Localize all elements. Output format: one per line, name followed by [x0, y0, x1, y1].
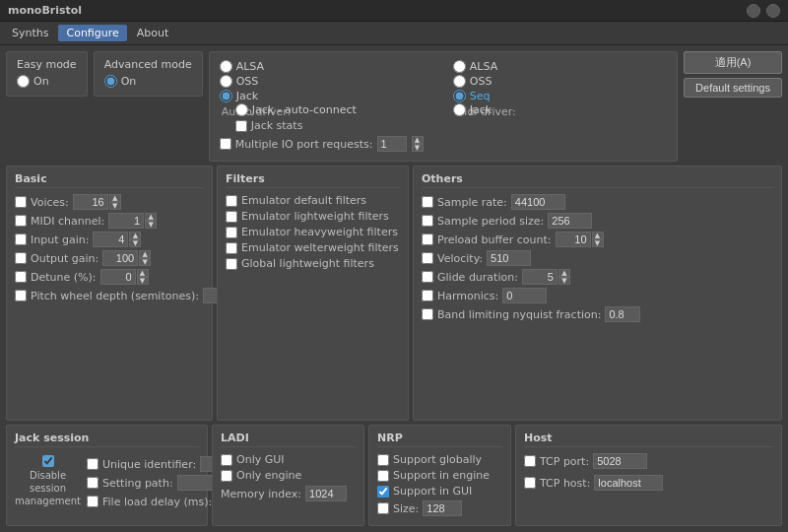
preload-buffer-up[interactable]: ▲ — [592, 232, 604, 239]
input-gain-input[interactable] — [93, 232, 128, 247]
menu-bar: Synths Configure About — [0, 22, 788, 45]
audio-oss-radio[interactable] — [220, 75, 232, 88]
tcp-host-input[interactable] — [594, 475, 663, 491]
band-limit-label: Band limiting nyquist fraction: — [437, 308, 601, 321]
harmonics-checkbox[interactable] — [422, 290, 433, 301]
preload-buffer-down[interactable]: ▼ — [592, 239, 604, 247]
global-lightweight-checkbox[interactable] — [226, 258, 237, 270]
detune-down[interactable]: ▼ — [137, 277, 149, 285]
easy-mode-label: On — [33, 75, 49, 88]
input-gain-checkbox[interactable] — [15, 233, 27, 245]
midi-channel-input[interactable] — [108, 213, 144, 229]
bottom-panels: Basic Voices: ▲▼ MIDI channel: ▲▼ In — [6, 166, 782, 421]
unique-id-checkbox[interactable] — [87, 458, 98, 470]
midi-oss-radio[interactable] — [453, 75, 466, 88]
multiple-io-spinner[interactable]: ▲ ▼ — [412, 136, 424, 152]
emulator-default-checkbox[interactable] — [226, 195, 237, 207]
easy-mode-group: Easy mode On — [6, 51, 88, 97]
tcp-port-checkbox[interactable] — [524, 455, 536, 467]
apply-button[interactable]: 適用(A) — [684, 51, 782, 74]
detune-checkbox[interactable] — [15, 271, 27, 283]
pitch-wheel-checkbox[interactable] — [15, 290, 27, 301]
close-button[interactable] — [766, 4, 780, 18]
output-gain-up[interactable]: ▲ — [139, 250, 151, 258]
band-limit-input[interactable] — [605, 306, 640, 322]
nrp-panel: NRP Support globally Support in engine S… — [368, 425, 511, 526]
nrp-size-checkbox[interactable] — [377, 502, 389, 514]
voices-up[interactable]: ▲ — [109, 194, 121, 202]
support-globally-checkbox[interactable] — [377, 454, 389, 466]
output-gain-down[interactable]: ▼ — [139, 258, 151, 266]
advanced-mode-radio[interactable] — [104, 75, 117, 88]
only-gui-checkbox[interactable] — [221, 454, 232, 466]
unique-id-label: Unique identifier: — [102, 458, 196, 471]
emulator-lightweight-checkbox[interactable] — [226, 211, 237, 223]
only-engine-checkbox[interactable] — [221, 470, 232, 482]
menu-synths[interactable]: Synths — [4, 25, 56, 41]
sample-period-input[interactable] — [548, 213, 592, 229]
midi-channel-checkbox[interactable] — [15, 215, 27, 227]
velocity-checkbox[interactable] — [422, 252, 433, 264]
default-settings-button[interactable]: Default settings — [684, 78, 782, 98]
jack-session-title: Jack session — [15, 432, 199, 447]
multiple-io-up[interactable]: ▲ — [412, 136, 424, 144]
sample-rate-input[interactable] — [511, 194, 565, 210]
input-gain-row: Input gain: ▲▼ — [15, 232, 204, 247]
main-content: Easy mode On Advanced mode On ALSA OSS J… — [0, 45, 788, 532]
midi-channel-down[interactable]: ▼ — [145, 221, 157, 229]
title-bar-text: monoBristol — [8, 4, 82, 17]
easy-mode-radio[interactable] — [17, 75, 30, 88]
voices-input[interactable] — [73, 194, 108, 210]
detune-up[interactable]: ▲ — [137, 269, 149, 277]
audio-autoconnect-radio[interactable] — [235, 103, 248, 116]
glide-duration-spin: ▲▼ — [522, 269, 570, 285]
preload-buffer-input[interactable] — [556, 232, 591, 247]
input-gain-up[interactable]: ▲ — [129, 232, 141, 239]
multiple-io-down[interactable]: ▼ — [412, 144, 424, 152]
menu-about[interactable]: About — [129, 25, 177, 41]
midi-channel-label: MIDI channel: — [31, 215, 104, 228]
multiple-io-input[interactable] — [377, 136, 407, 152]
multiple-io-checkbox[interactable] — [220, 138, 231, 150]
detune-input[interactable] — [100, 269, 136, 285]
glide-duration-input[interactable] — [522, 269, 558, 285]
menu-configure[interactable]: Configure — [58, 25, 126, 41]
voices-checkbox[interactable] — [15, 196, 27, 208]
disable-session-checkbox[interactable] — [42, 455, 54, 467]
audio-jack-radio[interactable] — [220, 90, 232, 102]
audio-alsa-radio[interactable] — [220, 60, 232, 73]
preload-buffer-checkbox[interactable] — [422, 233, 433, 245]
midi-jack-radio[interactable] — [453, 103, 466, 116]
support-gui-checkbox[interactable] — [377, 486, 389, 498]
glide-duration-down[interactable]: ▼ — [558, 277, 570, 285]
file-load-delay-checkbox[interactable] — [87, 496, 98, 507]
midi-channel-up[interactable]: ▲ — [145, 213, 157, 221]
output-gain-checkbox[interactable] — [15, 252, 27, 264]
setting-path-checkbox[interactable] — [87, 477, 98, 489]
output-gain-input[interactable] — [102, 250, 138, 266]
tcp-port-input[interactable] — [593, 453, 647, 469]
emulator-heavyweight-checkbox[interactable] — [226, 227, 237, 238]
voices-down[interactable]: ▼ — [109, 202, 121, 210]
minimize-button[interactable] — [747, 4, 760, 18]
voices-spin: ▲▼ — [73, 194, 121, 210]
support-engine-checkbox[interactable] — [377, 470, 389, 482]
input-gain-down[interactable]: ▼ — [129, 239, 141, 247]
midi-seq-radio[interactable] — [453, 90, 466, 102]
midi-seq-label: Seq — [470, 90, 491, 102]
sample-rate-checkbox[interactable] — [422, 196, 433, 208]
band-limit-checkbox[interactable] — [422, 308, 433, 320]
emulator-heavyweight-row: Emulator heavyweight filters — [226, 226, 400, 238]
velocity-input[interactable] — [487, 250, 531, 266]
midi-alsa-radio[interactable] — [453, 60, 466, 73]
nrp-size-input[interactable] — [423, 500, 462, 516]
sample-period-checkbox[interactable] — [422, 215, 433, 227]
emulator-welterweight-checkbox[interactable] — [226, 242, 237, 254]
glide-duration-up[interactable]: ▲ — [558, 269, 570, 277]
harmonics-input[interactable] — [502, 288, 547, 303]
memory-index-input[interactable] — [305, 486, 347, 501]
glide-duration-checkbox[interactable] — [422, 271, 433, 283]
jack-stats-checkbox[interactable] — [235, 120, 247, 132]
only-gui-label: Only GUI — [236, 453, 285, 466]
tcp-host-checkbox[interactable] — [524, 477, 536, 489]
